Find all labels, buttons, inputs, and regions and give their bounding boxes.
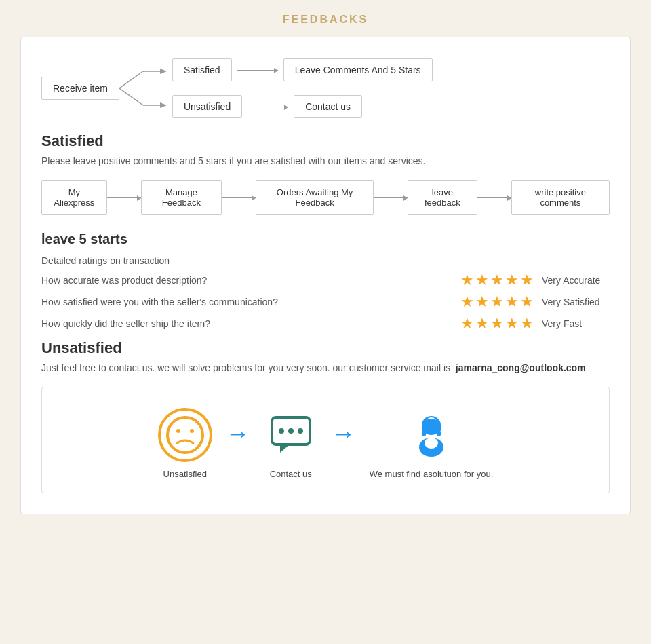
- chat-icon: [264, 408, 318, 462]
- arrow-satisfied: [237, 70, 278, 71]
- svg-point-16: [427, 421, 430, 423]
- rating-q1: How accurate was product description?: [41, 275, 460, 286]
- svg-marker-5: [160, 102, 167, 108]
- svg-line-1: [119, 88, 143, 105]
- step-orders-awaiting: Orders Awaiting My Feedback: [256, 180, 374, 215]
- rating-label-1: Very Accurate: [542, 275, 610, 286]
- step-connector-1: [107, 197, 141, 198]
- svg-line-0: [119, 71, 143, 88]
- unsatisfied-box: Unsatisfied: [172, 95, 242, 118]
- svg-rect-18: [422, 431, 426, 436]
- agent-icon: [404, 408, 458, 462]
- steps-row: My Aliexpress Manage Feedback Orders Awa…: [41, 180, 610, 215]
- rating-q2: How satisfied were you with the seller's…: [41, 297, 460, 307]
- rating-row-1: How accurate was product description? ★ …: [41, 271, 610, 289]
- rating-q3: How quickly did the seller ship the item…: [41, 318, 460, 329]
- stars-2: ★ ★ ★ ★ ★: [460, 293, 534, 311]
- step-manage-feedback: Manage Feedback: [141, 180, 222, 215]
- flow-row-satisfied: Satisfied Leave Comments And 5 Stars: [172, 58, 433, 81]
- step-connector-3: [374, 197, 408, 198]
- email-address: jamarna_cong@outlook.com: [456, 362, 586, 373]
- svg-point-6: [167, 417, 203, 453]
- icon-contact: Contact us: [264, 408, 318, 479]
- step-leave-feedback: leave feedback: [408, 180, 477, 215]
- svg-marker-4: [160, 69, 167, 74]
- step-connector-2: [222, 197, 256, 198]
- sad-face-icon: [158, 408, 212, 462]
- step-write-positive: write positive comments: [511, 180, 610, 215]
- leave-comments-box: Leave Comments And 5 Stars: [283, 58, 433, 81]
- page-header: FEEDBACKS: [0, 0, 651, 37]
- flow-diagram: Receive item Satisfied Leave Comments An…: [41, 58, 610, 119]
- svg-point-17: [433, 421, 435, 423]
- rating-label-2: Very Satisfied: [542, 297, 610, 307]
- arrow-1: →: [226, 419, 250, 448]
- svg-rect-19: [437, 431, 441, 436]
- step-my-aliexpress: My Aliexpress: [41, 180, 107, 215]
- contact-us-flow-box: Contact us: [294, 95, 362, 118]
- satisfied-title: Satisfied: [41, 132, 610, 150]
- receive-item-box: Receive item: [41, 77, 119, 100]
- main-card: Receive item Satisfied Leave Comments An…: [20, 37, 631, 514]
- rating-label-3: Very Fast: [542, 318, 610, 329]
- unsatisfied-desc: Just feel free to contact us. we will so…: [41, 362, 610, 373]
- unsatisfied-icon-label: Unsatisfied: [163, 469, 207, 479]
- svg-point-12: [298, 428, 303, 434]
- stars-1: ★ ★ ★ ★ ★: [460, 271, 534, 289]
- rating-row-3: How quickly did the seller ship the item…: [41, 315, 610, 333]
- unsatisfied-title: Unsatisfied: [41, 339, 610, 357]
- solution-icon-label: We must find asolutuon for you.: [370, 469, 494, 479]
- svg-point-8: [190, 429, 194, 433]
- arrow-2: →: [332, 419, 356, 448]
- svg-point-10: [279, 428, 284, 434]
- flow-row-unsatisfied: Unsatisfied Contact us: [172, 95, 433, 118]
- svg-point-15: [423, 419, 439, 432]
- flow-branch: Satisfied Leave Comments And 5 Stars Uns…: [172, 58, 433, 118]
- v-connector: [119, 58, 167, 119]
- contact-icon-label: Contact us: [270, 469, 312, 479]
- svg-point-7: [176, 429, 180, 433]
- step-connector-4: [477, 197, 511, 198]
- satisfied-box: Satisfied: [172, 58, 232, 81]
- icon-card: Unsatisfied → Contact us →: [41, 387, 610, 493]
- icon-unsatisfied: Unsatisfied: [158, 408, 212, 479]
- svg-point-21: [425, 438, 438, 449]
- arrow-unsatisfied: [248, 107, 288, 107]
- svg-point-11: [288, 428, 294, 434]
- stars-title: leave 5 starts: [41, 231, 610, 247]
- rating-row-2: How satisfied were you with the seller's…: [41, 293, 610, 311]
- detailed-label: Detailed ratings on transaction: [41, 255, 610, 266]
- icon-agent: We must find asolutuon for you.: [370, 408, 494, 479]
- unsatisfied-desc-text: Just feel free to contact us. we will so…: [41, 362, 450, 373]
- satisfied-desc: Please leave positive comments and 5 sta…: [41, 155, 610, 166]
- stars-3: ★ ★ ★ ★ ★: [460, 315, 534, 333]
- page-title: FEEDBACKS: [0, 14, 651, 26]
